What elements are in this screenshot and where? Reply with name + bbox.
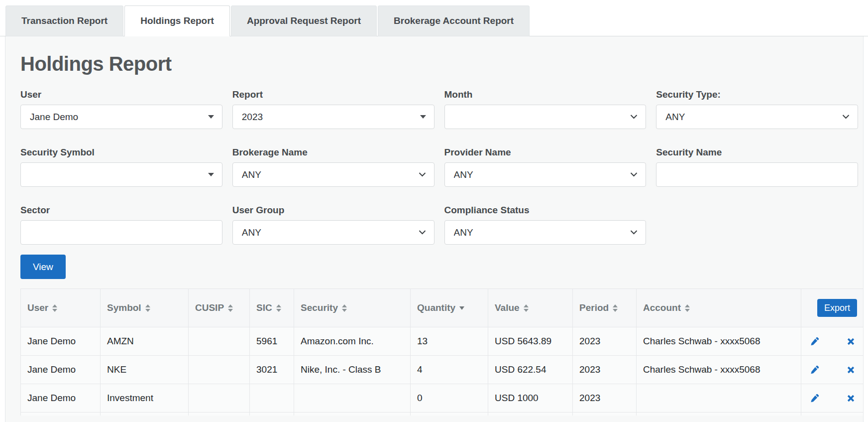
edit-pencil-icon[interactable] bbox=[810, 365, 819, 374]
user-select[interactable]: Jane Demo bbox=[20, 105, 222, 129]
filter-user-group: User GroupANY bbox=[232, 205, 434, 245]
column-label: Quantity bbox=[417, 302, 455, 313]
cell-user: Jane Demo bbox=[21, 356, 101, 384]
sector-label: Sector bbox=[20, 205, 222, 216]
column-header-user[interactable]: User bbox=[21, 289, 101, 327]
column-header-sic[interactable]: SIC bbox=[250, 289, 294, 327]
column-header-quantity[interactable]: Quantity bbox=[411, 289, 488, 327]
user-label: User bbox=[20, 89, 222, 100]
cell-cusip bbox=[189, 356, 250, 384]
cell-symbol: NKE bbox=[101, 356, 189, 384]
dropdown-arrow-icon bbox=[208, 173, 214, 176]
table-header-row: UserSymbolCUSIPSICSecurityQuantityValueP… bbox=[21, 289, 864, 327]
chevron-down-icon bbox=[842, 115, 850, 119]
delete-x-icon[interactable] bbox=[847, 338, 855, 345]
cell-account: Charles Schwab - xxxx5068 bbox=[637, 356, 801, 384]
cell-actions bbox=[801, 356, 864, 384]
tab-transaction-report[interactable]: Transaction Report bbox=[5, 5, 123, 36]
cell-empty bbox=[573, 413, 637, 416]
cell-cusip bbox=[189, 384, 250, 413]
edit-pencil-icon[interactable] bbox=[810, 394, 819, 403]
view-button[interactable]: View bbox=[20, 255, 66, 279]
table-row: Jane DemoNKE3021Nike, Inc. - Class B4USD… bbox=[21, 356, 864, 384]
edit-pencil-icon[interactable] bbox=[810, 337, 819, 346]
chevron-down-icon bbox=[630, 230, 638, 235]
tab-approval-request-report[interactable]: Approval Request Report bbox=[231, 5, 377, 36]
security-type-select[interactable]: ANY bbox=[656, 105, 858, 129]
cell-value: USD 5643.89 bbox=[488, 327, 573, 356]
user-group-select[interactable]: ANY bbox=[232, 220, 434, 245]
cell-empty bbox=[294, 413, 411, 416]
filter-security-name: Security Name bbox=[656, 147, 858, 187]
filter-sector: Sector bbox=[20, 205, 222, 245]
column-header-cusip[interactable]: CUSIP bbox=[189, 289, 250, 327]
holdings-table: UserSymbolCUSIPSICSecurityQuantityValueP… bbox=[20, 288, 864, 416]
user-value: Jane Demo bbox=[30, 112, 204, 123]
export-button[interactable]: Export bbox=[817, 299, 857, 317]
user-group-value: ANY bbox=[242, 227, 415, 238]
column-label: User bbox=[27, 302, 48, 313]
cell-empty bbox=[637, 413, 801, 416]
sort-icon bbox=[145, 304, 150, 312]
cell-sic bbox=[250, 384, 294, 413]
column-header-account[interactable]: Account bbox=[637, 289, 801, 327]
cell-empty bbox=[411, 413, 488, 416]
column-label: Security bbox=[301, 302, 338, 313]
sort-icon bbox=[52, 304, 57, 312]
compliance-status-select[interactable]: ANY bbox=[444, 220, 647, 245]
chevron-down-icon bbox=[630, 115, 638, 119]
table-row-partial bbox=[21, 413, 864, 416]
dropdown-arrow-icon bbox=[208, 115, 214, 119]
cell-period: 2023 bbox=[573, 327, 637, 356]
column-label: CUSIP bbox=[195, 302, 224, 313]
cell-sic: 3021 bbox=[250, 356, 294, 384]
column-header-symbol[interactable]: Symbol bbox=[101, 289, 189, 327]
chevron-down-icon bbox=[630, 172, 638, 177]
compliance-status-label: Compliance Status bbox=[444, 205, 647, 216]
report-value: 2023 bbox=[242, 112, 416, 123]
delete-x-icon[interactable] bbox=[847, 395, 855, 402]
cell-empty bbox=[250, 413, 294, 416]
page-title: Holdings Report bbox=[20, 53, 863, 75]
filter-security-symbol: Security Symbol bbox=[20, 147, 222, 187]
column-header-period[interactable]: Period bbox=[573, 289, 637, 327]
cell-value: USD 622.54 bbox=[488, 356, 573, 384]
cell-empty bbox=[21, 413, 101, 416]
column-label: Account bbox=[643, 302, 681, 313]
month-select[interactable] bbox=[444, 105, 647, 129]
cell-user: Jane Demo bbox=[21, 384, 101, 413]
cell-security: Nike, Inc. - Class B bbox=[294, 356, 411, 384]
column-label: Period bbox=[579, 302, 609, 313]
filter-user: UserJane Demo bbox=[20, 89, 222, 129]
filter-provider-name: Provider NameANY bbox=[444, 147, 647, 187]
cell-actions bbox=[801, 327, 864, 356]
sort-icon bbox=[342, 304, 347, 312]
column-header-security[interactable]: Security bbox=[294, 289, 411, 327]
column-label: Symbol bbox=[107, 302, 141, 313]
sector-input[interactable] bbox=[20, 220, 222, 245]
delete-x-icon[interactable] bbox=[847, 366, 855, 374]
tab-brokerage-account-report[interactable]: Brokerage Account Report bbox=[378, 5, 530, 36]
tab-holdings-report[interactable]: Holdings Report bbox=[124, 5, 230, 36]
sort-icon bbox=[685, 304, 690, 312]
security-symbol-select[interactable] bbox=[20, 162, 222, 187]
filter-security-type: Security Type:ANY bbox=[656, 89, 858, 129]
cell-account: Charles Schwab - xxxx5068 bbox=[637, 327, 801, 356]
report-select[interactable]: 2023 bbox=[232, 105, 434, 129]
column-header-value[interactable]: Value bbox=[488, 289, 573, 327]
cell-security bbox=[294, 384, 411, 413]
cell-empty bbox=[488, 413, 573, 416]
filter-brokerage-name: Brokerage NameANY bbox=[232, 147, 434, 187]
brokerage-name-label: Brokerage Name bbox=[232, 147, 434, 158]
provider-name-label: Provider Name bbox=[444, 147, 647, 158]
report-tabbar: Transaction ReportHoldings ReportApprova… bbox=[0, 0, 868, 36]
column-header-actions: Export bbox=[801, 289, 864, 327]
sort-icon bbox=[276, 304, 281, 312]
provider-name-select[interactable]: ANY bbox=[444, 162, 647, 187]
cell-symbol: Investment bbox=[101, 384, 189, 413]
cell-empty bbox=[801, 413, 864, 416]
security-name-input[interactable] bbox=[656, 162, 858, 187]
brokerage-name-select[interactable]: ANY bbox=[232, 162, 434, 187]
sort-icon bbox=[613, 304, 618, 312]
cell-cusip bbox=[189, 327, 250, 356]
